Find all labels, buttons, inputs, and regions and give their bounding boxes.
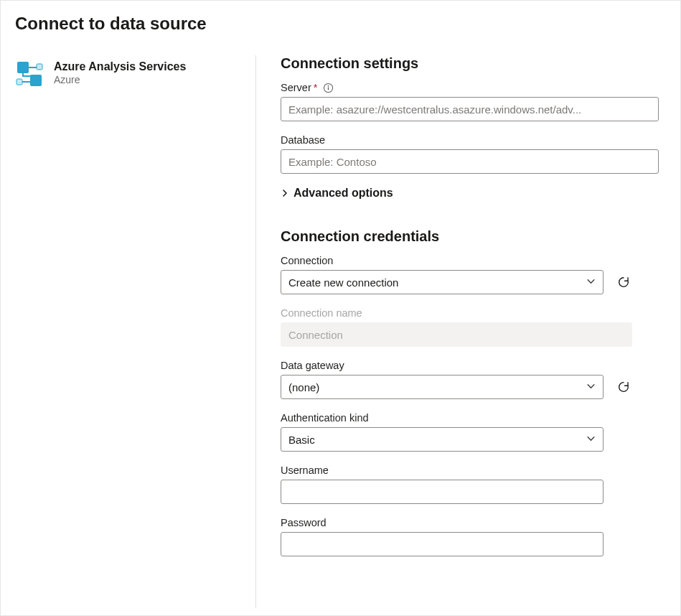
field-connection: Connection Create new connection (281, 255, 659, 294)
username-input[interactable] (281, 480, 603, 504)
dialog-body: Azure Analysis Services Azure Connection… (1, 42, 680, 615)
dialog-connect-data-source: Connect to data source Azure (0, 0, 681, 616)
authentication-kind-selected-value: Basic (288, 434, 315, 446)
authentication-kind-label: Authentication kind (281, 412, 603, 424)
connection-selected-value: Create new connection (288, 276, 398, 289)
field-server: Server * (281, 82, 659, 121)
field-database: Database (281, 134, 659, 174)
required-star-icon: * (314, 82, 318, 93)
refresh-icon (617, 381, 630, 393)
svg-rect-0 (17, 62, 29, 73)
data-gateway-select[interactable]: (none) (281, 375, 603, 399)
svg-point-5 (328, 85, 329, 86)
section-connection-settings: Connection settings (281, 55, 659, 72)
server-input[interactable] (281, 97, 659, 121)
connection-select[interactable]: Create new connection (281, 270, 603, 294)
connection-refresh-button[interactable] (614, 272, 634, 292)
refresh-icon (617, 276, 630, 289)
field-authentication-kind: Authentication kind Basic (281, 412, 603, 452)
data-gateway-selected-value: (none) (288, 381, 319, 393)
field-data-gateway: Data gateway (none) (281, 360, 659, 399)
chevron-down-icon (586, 434, 596, 446)
page-title: Connect to data source (1, 1, 680, 42)
chevron-down-icon (586, 276, 596, 289)
database-input[interactable] (281, 149, 659, 174)
svg-rect-3 (17, 79, 22, 85)
connector-text: Azure Analysis Services Azure (54, 60, 186, 86)
section-connection-credentials: Connection credentials (281, 228, 659, 245)
field-username: Username (281, 465, 603, 504)
server-label-text: Server (281, 82, 311, 93)
field-password: Password (281, 517, 603, 556)
connector-category: Azure (54, 73, 186, 86)
advanced-options-label: Advanced options (293, 187, 393, 200)
connection-label: Connection (281, 255, 659, 266)
server-label: Server * (281, 82, 659, 93)
password-input[interactable] (281, 532, 603, 556)
info-icon[interactable] (323, 83, 334, 93)
chevron-right-icon (281, 189, 289, 197)
data-gateway-refresh-button[interactable] (614, 377, 634, 397)
username-label: Username (281, 465, 603, 476)
connection-name-label: Connection name (281, 307, 632, 319)
authentication-kind-select[interactable]: Basic (281, 427, 603, 452)
data-gateway-label: Data gateway (281, 360, 659, 371)
advanced-options-toggle[interactable]: Advanced options (281, 187, 659, 200)
connector-item: Azure Analysis Services Azure (15, 55, 241, 88)
azure-analysis-services-icon (15, 60, 44, 88)
field-connection-name: Connection name (281, 307, 632, 347)
svg-rect-2 (37, 64, 42, 70)
database-label: Database (281, 134, 659, 146)
password-label: Password (281, 517, 603, 528)
chevron-down-icon (586, 381, 596, 393)
form-panel: Connection settings Server * (255, 55, 666, 608)
svg-rect-6 (328, 87, 329, 90)
connection-name-input (281, 322, 632, 347)
connector-name: Azure Analysis Services (54, 60, 186, 73)
connector-panel: Azure Analysis Services Azure (15, 55, 255, 608)
